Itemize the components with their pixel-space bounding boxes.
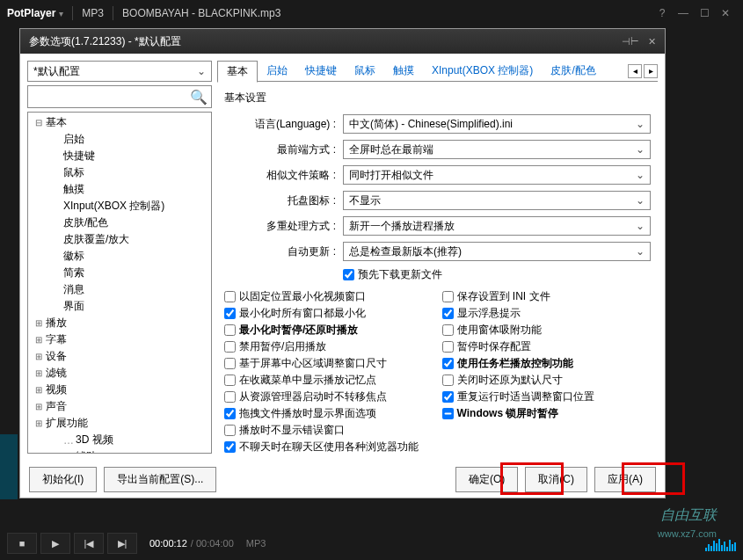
checkbox-item[interactable]: 最小化时所有窗口都最小化	[224, 306, 433, 321]
checkbox-input[interactable]	[224, 358, 236, 369]
dropdown[interactable]: 中文(简体) - Chinese(Simplified).ini⌄	[343, 114, 651, 134]
tree-node[interactable]: 消息	[28, 281, 211, 298]
expand-icon[interactable]: ⊞	[35, 335, 46, 345]
checkbox-item[interactable]: 基于屏幕中心区域调整窗口尺寸	[224, 356, 433, 371]
dropdown[interactable]: 总是检查最新版本(推荐)⌄	[343, 242, 651, 261]
tab-1[interactable]: 启始	[258, 61, 296, 81]
checkbox-input[interactable]	[442, 358, 454, 369]
dropdown[interactable]: 同时打开相似文件⌄	[343, 165, 651, 185]
expand-icon[interactable]: ⊞	[35, 352, 46, 361]
checkbox-item[interactable]: 使用窗体吸附功能	[442, 323, 652, 338]
expand-icon[interactable]: ⊞	[35, 402, 46, 411]
tree-node[interactable]: 简索	[28, 265, 211, 281]
checkbox-item[interactable]: 不聊天时在聊天区使用各种浏览器功能	[224, 440, 433, 454]
dropdown[interactable]: 新开一个播放进程播放⌄	[343, 216, 651, 236]
tree-node[interactable]: 徽标	[28, 248, 211, 265]
tree-node[interactable]: 快捷键	[28, 148, 211, 164]
checkbox-input[interactable]	[224, 341, 236, 353]
search-box[interactable]: 🔍	[27, 85, 212, 108]
cancel-button[interactable]: 取消(C)	[525, 467, 587, 492]
tree-node[interactable]: ⊞视频	[28, 382, 211, 398]
checkbox-input[interactable]	[442, 291, 454, 302]
tab-3[interactable]: 鼠标	[346, 61, 384, 81]
tab-scroll-right[interactable]: ▸	[644, 64, 658, 78]
preset-combo[interactable]: *默认配置 ⌄	[27, 61, 212, 82]
tree-node[interactable]: XInput(XBOX 控制器)	[28, 198, 211, 215]
checkbox-input[interactable]	[442, 408, 454, 419]
checkbox-input[interactable]	[442, 308, 454, 319]
expand-icon[interactable]: ⊞	[35, 368, 46, 378]
checkbox-item[interactable]: 重复运行时适当调整窗口位置	[442, 389, 652, 404]
checkbox-item[interactable]: 关闭时还原为默认尺寸	[442, 373, 652, 388]
tree-node[interactable]: …辅助	[28, 448, 211, 454]
search-input[interactable]	[32, 91, 190, 103]
checkbox-item[interactable]: 禁用暂停/启用播放	[224, 339, 433, 354]
checkbox-input[interactable]	[442, 375, 454, 386]
checkbox-input[interactable]	[224, 425, 236, 436]
dropdown[interactable]: 全屏时总在最前端⌄	[343, 140, 651, 159]
tree-node[interactable]: ⊞扩展功能	[28, 415, 211, 432]
tab-6[interactable]: 皮肤/配色	[542, 61, 604, 81]
tab-0[interactable]: 基本	[217, 61, 258, 83]
checkbox-input[interactable]	[442, 341, 454, 353]
apply-button[interactable]: 应用(A)	[594, 467, 656, 492]
next-button[interactable]: ▶|	[107, 533, 137, 554]
tree-node[interactable]: …3D 视频	[28, 432, 211, 448]
checkbox-input[interactable]	[442, 324, 454, 336]
play-button[interactable]: ▶	[40, 533, 70, 554]
tree-node[interactable]: 界面	[28, 298, 211, 315]
checkbox-input[interactable]	[224, 308, 236, 319]
tree-node[interactable]: 启始	[28, 131, 211, 148]
checkbox-item[interactable]: 使用任务栏播放控制功能	[442, 356, 652, 371]
tree-node[interactable]: ⊞字幕	[28, 331, 211, 348]
expand-icon[interactable]: ⊞	[35, 385, 46, 395]
tree-node[interactable]: ⊞设备	[28, 348, 211, 365]
checkbox-input[interactable]	[343, 269, 354, 280]
checkbox-item[interactable]: 保存设置到 INI 文件	[442, 289, 652, 304]
tree-node[interactable]: ⊞播放	[28, 315, 211, 331]
tab-scroll-left[interactable]: ◂	[628, 64, 642, 78]
checkbox-input[interactable]	[224, 391, 236, 403]
checkbox-input[interactable]	[442, 391, 454, 403]
pin-icon[interactable]: ⊣⊢	[622, 36, 639, 47]
tree-node[interactable]: ⊟基本	[28, 114, 211, 131]
dialog-close-icon[interactable]: ✕	[648, 36, 656, 47]
checkbox-item[interactable]: 播放时不显示错误窗口	[224, 423, 433, 438]
close-icon[interactable]: ✕	[715, 7, 736, 19]
tab-5[interactable]: XInput(XBOX 控制器)	[423, 61, 542, 81]
pre-download-checkbox[interactable]: 预先下载更新文件	[343, 267, 442, 282]
search-icon[interactable]: 🔍	[190, 89, 208, 105]
initialize-button[interactable]: 初始化(I)	[29, 467, 97, 492]
tree-node[interactable]: 鼠标	[28, 164, 211, 181]
tree-node[interactable]: 皮肤覆盖/放大	[28, 231, 211, 248]
dropdown[interactable]: 不显示⌄	[343, 191, 651, 210]
stop-button[interactable]: ■	[7, 533, 37, 554]
checkbox-item[interactable]: 最小化时暂停/还原时播放	[224, 323, 433, 338]
tree-node[interactable]: 触摸	[28, 181, 211, 198]
tab-2[interactable]: 快捷键	[296, 61, 346, 81]
tab-4[interactable]: 触摸	[384, 61, 423, 81]
tree-node[interactable]: ⊞滤镜	[28, 365, 211, 382]
expand-icon[interactable]: ⊞	[35, 418, 46, 428]
checkbox-input[interactable]	[224, 291, 236, 302]
export-config-button[interactable]: 导出当前配置(S)...	[104, 467, 216, 492]
checkbox-item[interactable]: 暂停时保存配置	[442, 339, 652, 354]
ok-button[interactable]: 确定(O)	[455, 467, 518, 492]
minimize-icon[interactable]: —	[673, 7, 694, 19]
help-icon[interactable]: ?	[652, 7, 673, 19]
checkbox-item[interactable]: 从资源管理器启动时不转移焦点	[224, 389, 433, 404]
chevron-down-icon[interactable]: ▾	[59, 9, 63, 18]
tree-node[interactable]: 皮肤/配色	[28, 215, 211, 231]
checkbox-item[interactable]: 显示浮悬提示	[442, 306, 652, 321]
tree-node[interactable]: ⊞声音	[28, 398, 211, 415]
checkbox-input[interactable]	[224, 324, 236, 336]
checkbox-input[interactable]	[224, 375, 236, 386]
checkbox-input[interactable]	[224, 441, 236, 453]
prev-button[interactable]: |◀	[74, 533, 104, 554]
category-tree[interactable]: ⊟基本启始快捷键鼠标触摸XInput(XBOX 控制器)皮肤/配色皮肤覆盖/放大…	[27, 112, 212, 454]
checkbox-item[interactable]: 以固定位置最小化视频窗口	[224, 289, 433, 304]
checkbox-item[interactable]: 在收藏菜单中显示播放记忆点	[224, 373, 433, 388]
checkbox-item[interactable]: Windows 锁屏时暂停	[442, 406, 652, 421]
expand-icon[interactable]: ⊟	[35, 118, 46, 127]
expand-icon[interactable]: ⊞	[35, 318, 46, 328]
